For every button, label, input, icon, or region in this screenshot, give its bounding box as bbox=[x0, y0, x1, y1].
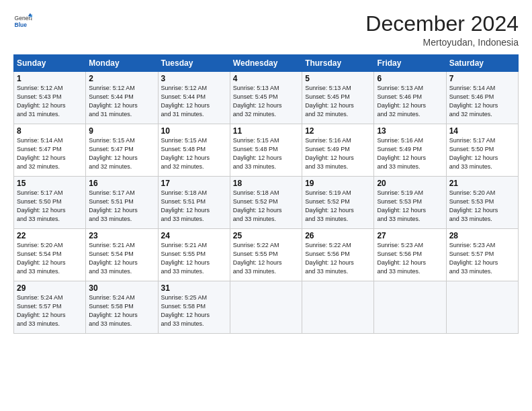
day-cell: 5Sunrise: 5:13 AMSunset: 5:45 PMDaylight… bbox=[302, 72, 374, 124]
day-info: Sunrise: 5:19 AMSunset: 5:52 PMDaylight:… bbox=[305, 189, 371, 224]
day-info: Sunrise: 5:14 AMSunset: 5:46 PMDaylight:… bbox=[449, 84, 515, 119]
day-number: 29 bbox=[17, 283, 83, 293]
header: General Blue December 2024 Mertoyudan, I… bbox=[13, 12, 519, 48]
day-cell: 18Sunrise: 5:18 AMSunset: 5:52 PMDayligh… bbox=[230, 177, 302, 229]
day-cell: 1Sunrise: 5:12 AMSunset: 5:43 PMDaylight… bbox=[14, 72, 86, 124]
day-info: Sunrise: 5:16 AMSunset: 5:49 PMDaylight:… bbox=[377, 136, 443, 171]
col-header-tuesday: Tuesday bbox=[158, 55, 230, 72]
header-row: SundayMondayTuesdayWednesdayThursdayFrid… bbox=[14, 55, 519, 72]
day-number: 8 bbox=[17, 126, 83, 136]
day-cell: 26Sunrise: 5:22 AMSunset: 5:56 PMDayligh… bbox=[302, 229, 374, 281]
week-row-1: 1Sunrise: 5:12 AMSunset: 5:43 PMDaylight… bbox=[14, 72, 519, 124]
day-number: 12 bbox=[305, 126, 371, 136]
day-info: Sunrise: 5:24 AMSunset: 5:57 PMDaylight:… bbox=[17, 293, 83, 328]
day-number: 23 bbox=[89, 231, 154, 240]
day-info: Sunrise: 5:18 AMSunset: 5:51 PMDaylight:… bbox=[161, 189, 227, 224]
day-number: 2 bbox=[89, 74, 154, 83]
day-number: 26 bbox=[305, 231, 371, 240]
week-row-2: 8Sunrise: 5:14 AMSunset: 5:47 PMDaylight… bbox=[14, 124, 519, 177]
day-number: 18 bbox=[233, 179, 299, 188]
day-number: 6 bbox=[377, 74, 443, 83]
day-number: 31 bbox=[161, 283, 227, 293]
day-number: 16 bbox=[89, 179, 154, 188]
day-info: Sunrise: 5:14 AMSunset: 5:47 PMDaylight:… bbox=[17, 136, 83, 171]
day-cell bbox=[302, 281, 374, 334]
col-header-monday: Monday bbox=[86, 55, 158, 72]
day-number: 4 bbox=[233, 74, 299, 83]
day-info: Sunrise: 5:17 AMSunset: 5:50 PMDaylight:… bbox=[17, 189, 83, 224]
day-info: Sunrise: 5:23 AMSunset: 5:56 PMDaylight:… bbox=[377, 241, 443, 276]
day-cell: 27Sunrise: 5:23 AMSunset: 5:56 PMDayligh… bbox=[374, 229, 446, 281]
day-info: Sunrise: 5:12 AMSunset: 5:44 PMDaylight:… bbox=[89, 84, 154, 119]
svg-text:Blue: Blue bbox=[15, 21, 28, 28]
day-info: Sunrise: 5:15 AMSunset: 5:48 PMDaylight:… bbox=[161, 136, 227, 171]
day-number: 17 bbox=[161, 179, 227, 188]
day-cell: 4Sunrise: 5:13 AMSunset: 5:45 PMDaylight… bbox=[230, 72, 302, 124]
calendar-table: SundayMondayTuesdayWednesdayThursdayFrid… bbox=[13, 54, 519, 334]
day-info: Sunrise: 5:12 AMSunset: 5:43 PMDaylight:… bbox=[17, 84, 83, 119]
day-cell bbox=[230, 281, 302, 334]
day-number: 24 bbox=[161, 231, 227, 240]
day-cell: 22Sunrise: 5:20 AMSunset: 5:54 PMDayligh… bbox=[14, 229, 86, 281]
col-header-sunday: Sunday bbox=[14, 55, 86, 72]
month-title: December 2024 bbox=[365, 12, 519, 36]
page: General Blue December 2024 Mertoyudan, I… bbox=[0, 0, 532, 411]
day-info: Sunrise: 5:20 AMSunset: 5:53 PMDaylight:… bbox=[449, 189, 515, 224]
day-cell: 28Sunrise: 5:23 AMSunset: 5:57 PMDayligh… bbox=[446, 229, 518, 281]
day-number: 1 bbox=[17, 74, 83, 83]
day-number: 19 bbox=[305, 179, 371, 188]
day-info: Sunrise: 5:17 AMSunset: 5:50 PMDaylight:… bbox=[449, 136, 515, 171]
day-info: Sunrise: 5:16 AMSunset: 5:49 PMDaylight:… bbox=[305, 136, 371, 171]
day-number: 21 bbox=[449, 179, 515, 188]
day-info: Sunrise: 5:24 AMSunset: 5:58 PMDaylight:… bbox=[89, 293, 154, 328]
day-number: 20 bbox=[377, 179, 443, 188]
day-info: Sunrise: 5:17 AMSunset: 5:51 PMDaylight:… bbox=[89, 189, 154, 224]
day-number: 7 bbox=[449, 74, 515, 83]
day-number: 22 bbox=[17, 231, 83, 240]
day-info: Sunrise: 5:18 AMSunset: 5:52 PMDaylight:… bbox=[233, 189, 299, 224]
day-cell: 16Sunrise: 5:17 AMSunset: 5:51 PMDayligh… bbox=[86, 177, 158, 229]
day-cell: 13Sunrise: 5:16 AMSunset: 5:49 PMDayligh… bbox=[374, 124, 446, 177]
day-info: Sunrise: 5:15 AMSunset: 5:47 PMDaylight:… bbox=[89, 136, 154, 171]
day-cell: 24Sunrise: 5:21 AMSunset: 5:55 PMDayligh… bbox=[158, 229, 230, 281]
day-cell: 14Sunrise: 5:17 AMSunset: 5:50 PMDayligh… bbox=[446, 124, 518, 177]
day-cell: 15Sunrise: 5:17 AMSunset: 5:50 PMDayligh… bbox=[14, 177, 86, 229]
day-cell: 17Sunrise: 5:18 AMSunset: 5:51 PMDayligh… bbox=[158, 177, 230, 229]
day-cell: 21Sunrise: 5:20 AMSunset: 5:53 PMDayligh… bbox=[446, 177, 518, 229]
day-number: 25 bbox=[233, 231, 299, 240]
day-number: 10 bbox=[161, 126, 227, 136]
day-number: 11 bbox=[233, 126, 299, 136]
day-cell bbox=[374, 281, 446, 334]
day-cell: 19Sunrise: 5:19 AMSunset: 5:52 PMDayligh… bbox=[302, 177, 374, 229]
day-cell: 7Sunrise: 5:14 AMSunset: 5:46 PMDaylight… bbox=[446, 72, 518, 124]
day-info: Sunrise: 5:12 AMSunset: 5:44 PMDaylight:… bbox=[161, 84, 227, 119]
day-cell: 30Sunrise: 5:24 AMSunset: 5:58 PMDayligh… bbox=[86, 281, 158, 334]
day-info: Sunrise: 5:22 AMSunset: 5:55 PMDaylight:… bbox=[233, 241, 299, 276]
location: Mertoyudan, Indonesia bbox=[365, 37, 519, 48]
day-cell: 8Sunrise: 5:14 AMSunset: 5:47 PMDaylight… bbox=[14, 124, 86, 177]
col-header-thursday: Thursday bbox=[302, 55, 374, 72]
day-cell: 10Sunrise: 5:15 AMSunset: 5:48 PMDayligh… bbox=[158, 124, 230, 177]
week-row-5: 29Sunrise: 5:24 AMSunset: 5:57 PMDayligh… bbox=[14, 281, 519, 334]
day-info: Sunrise: 5:13 AMSunset: 5:46 PMDaylight:… bbox=[377, 84, 443, 119]
week-row-4: 22Sunrise: 5:20 AMSunset: 5:54 PMDayligh… bbox=[14, 229, 519, 281]
day-cell: 23Sunrise: 5:21 AMSunset: 5:54 PMDayligh… bbox=[86, 229, 158, 281]
day-info: Sunrise: 5:23 AMSunset: 5:57 PMDaylight:… bbox=[449, 241, 515, 276]
day-cell: 29Sunrise: 5:24 AMSunset: 5:57 PMDayligh… bbox=[14, 281, 86, 334]
day-number: 30 bbox=[89, 283, 154, 293]
day-cell: 6Sunrise: 5:13 AMSunset: 5:46 PMDaylight… bbox=[374, 72, 446, 124]
day-number: 9 bbox=[89, 126, 154, 136]
col-header-friday: Friday bbox=[374, 55, 446, 72]
day-info: Sunrise: 5:25 AMSunset: 5:58 PMDaylight:… bbox=[161, 293, 227, 328]
col-header-wednesday: Wednesday bbox=[230, 55, 302, 72]
day-cell: 11Sunrise: 5:15 AMSunset: 5:48 PMDayligh… bbox=[230, 124, 302, 177]
day-number: 3 bbox=[161, 74, 227, 83]
day-cell: 12Sunrise: 5:16 AMSunset: 5:49 PMDayligh… bbox=[302, 124, 374, 177]
day-info: Sunrise: 5:21 AMSunset: 5:54 PMDaylight:… bbox=[89, 241, 154, 276]
day-number: 27 bbox=[377, 231, 443, 240]
logo-icon: General Blue bbox=[13, 12, 32, 31]
day-info: Sunrise: 5:20 AMSunset: 5:54 PMDaylight:… bbox=[17, 241, 83, 276]
title-block: December 2024 Mertoyudan, Indonesia bbox=[365, 12, 519, 48]
day-number: 5 bbox=[305, 74, 371, 83]
day-cell: 2Sunrise: 5:12 AMSunset: 5:44 PMDaylight… bbox=[86, 72, 158, 124]
